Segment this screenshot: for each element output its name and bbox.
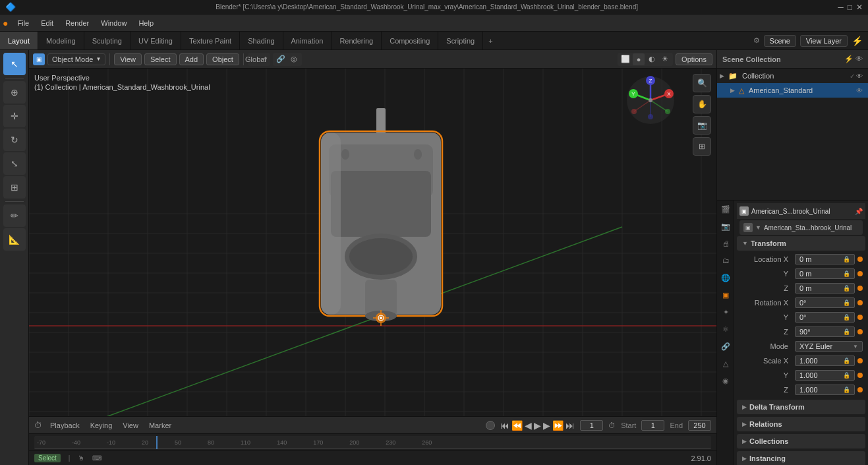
keying-menu[interactable]: Keying <box>88 421 115 430</box>
snap-toggle[interactable]: 🔗 <box>275 53 287 65</box>
playback-menu[interactable]: Playback <box>47 421 82 430</box>
prop-scene-icon[interactable]: 🎬 <box>717 201 734 218</box>
tool-scale[interactable]: ⤡ <box>3 152 26 175</box>
select-menu[interactable]: Select <box>144 53 177 65</box>
object-menu[interactable]: Object <box>206 53 239 65</box>
viewlayer-selector[interactable]: View Layer <box>800 35 848 47</box>
keyframe-dot-rx[interactable] <box>857 300 863 305</box>
options-btn[interactable]: Options <box>676 53 712 65</box>
view-menu[interactable]: View <box>114 53 142 65</box>
scene-selector[interactable]: Scene <box>764 35 796 47</box>
scale-lock-y[interactable]: 🔒 <box>843 372 850 379</box>
add-workspace-button[interactable]: + <box>483 34 498 47</box>
transform-header[interactable]: ▼ Transform <box>737 236 865 251</box>
pin-icon[interactable]: 📌 <box>855 208 863 215</box>
tool-select[interactable]: ↖ <box>3 53 26 75</box>
tab-modeling[interactable]: Modeling <box>38 32 84 49</box>
viewport-pan[interactable]: ✋ <box>693 95 711 113</box>
menu-help[interactable]: Help <box>133 18 159 28</box>
tool-cursor[interactable]: ⊕ <box>3 81 26 104</box>
lock-z-icon[interactable]: 🔒 <box>843 285 850 292</box>
keyframe-dot-ry[interactable] <box>857 315 863 320</box>
jump-start-btn[interactable]: ⏮ <box>500 420 509 431</box>
timeline-body[interactable]: -70 -40 -10 20 50 80 110 140 170 200 230… <box>29 434 716 450</box>
prop-material-icon[interactable]: ◉ <box>717 372 734 389</box>
relations-header[interactable]: ▶ Relations <box>737 417 865 431</box>
prop-physics-icon[interactable]: ⚛ <box>717 321 734 338</box>
prop-viewlayer-icon[interactable]: 🗂 <box>717 252 734 269</box>
prop-output-icon[interactable]: 🖨 <box>717 235 734 252</box>
location-x-value[interactable]: 0 m 🔒 <box>795 254 855 264</box>
tab-scripting[interactable]: Scripting <box>438 32 483 49</box>
prop-object-icon[interactable]: ▣ <box>717 286 734 303</box>
keyframe-dot-sy[interactable] <box>857 373 863 378</box>
scale-x-value[interactable]: 1.000 🔒 <box>795 356 855 366</box>
viewport-ortho[interactable]: ⊞ <box>693 137 711 156</box>
prev-frame-btn[interactable]: ◀ <box>525 420 532 431</box>
outliner-item-american-standard[interactable]: ▶ △ American_Standard 👁 <box>717 83 868 98</box>
rot-lock-y[interactable]: 🔒 <box>843 314 850 321</box>
marker-menu[interactable]: Marker <box>146 421 174 430</box>
rot-lock-x[interactable]: 🔒 <box>843 299 850 306</box>
collections-header[interactable]: ▶ Collections <box>737 434 865 449</box>
wireframe-btn[interactable]: ⬜ <box>620 53 631 65</box>
tab-shading[interactable]: Shading <box>240 32 283 49</box>
tool-move[interactable]: ✛ <box>3 105 26 127</box>
prop-particles-icon[interactable]: ✦ <box>717 303 734 321</box>
location-z-value[interactable]: 0 m 🔒 <box>795 283 855 294</box>
menu-render[interactable]: Render <box>60 18 94 28</box>
jump-end-btn[interactable]: ⏭ <box>565 420 575 431</box>
keyframe-dot-rz[interactable] <box>857 329 863 334</box>
lock-x-icon[interactable]: 🔒 <box>843 256 850 263</box>
view-menu-tl[interactable]: View <box>120 421 141 430</box>
keyframe-dot-lz[interactable] <box>857 286 863 291</box>
tool-annotate[interactable]: ✏ <box>3 204 26 227</box>
keyframe-dot-y[interactable] <box>857 271 863 276</box>
tab-texture-paint[interactable]: Texture Paint <box>181 32 240 49</box>
scale-lock-z[interactable]: 🔒 <box>843 387 850 393</box>
location-y-value[interactable]: 0 m 🔒 <box>795 268 855 279</box>
current-frame[interactable]: 1 <box>580 420 603 431</box>
prop-data-icon[interactable]: △ <box>717 355 734 372</box>
solid-btn[interactable]: ● <box>633 53 645 65</box>
record-button[interactable] <box>486 421 495 430</box>
material-btn[interactable]: ◐ <box>646 53 658 65</box>
tool-measure[interactable]: 📐 <box>3 228 26 251</box>
end-frame[interactable]: 250 <box>688 420 711 431</box>
checkbox-icon[interactable]: ✓ <box>850 73 855 80</box>
tab-compositing[interactable]: Compositing <box>382 32 438 49</box>
tab-animation[interactable]: Animation <box>283 32 332 49</box>
keyframe-dot-x[interactable] <box>857 257 863 262</box>
tab-uv-editing[interactable]: UV Editing <box>130 32 181 49</box>
visibility-icon-2[interactable]: 👁 <box>856 87 863 94</box>
viewport-zoom-in[interactable]: 🔍 <box>693 74 711 92</box>
next-frame-btn[interactable]: ▶ <box>543 420 550 431</box>
lock-y-icon[interactable]: 🔒 <box>843 270 850 277</box>
keyframe-dot-sz[interactable] <box>857 387 863 392</box>
menu-edit[interactable]: Edit <box>36 18 59 28</box>
tool-rotate[interactable]: ↻ <box>3 129 26 151</box>
transform-global[interactable]: Global <box>250 53 262 65</box>
rot-lock-z[interactable]: 🔒 <box>843 328 850 335</box>
proportional-edit[interactable]: ◎ <box>288 53 300 65</box>
visibility-icon[interactable]: 👁 <box>856 73 863 80</box>
tab-rendering[interactable]: Rendering <box>332 32 382 49</box>
scale-y-value[interactable]: 1.000 🔒 <box>795 370 855 381</box>
tool-transform[interactable]: ⊞ <box>3 176 26 199</box>
close-button[interactable]: ✕ <box>856 3 863 12</box>
minimize-button[interactable]: ─ <box>838 3 844 12</box>
start-frame[interactable]: 1 <box>641 420 664 431</box>
prop-world-icon[interactable]: 🌐 <box>717 269 734 286</box>
prop-constraints-icon[interactable]: 🔗 <box>717 338 734 355</box>
tab-sculpting[interactable]: Sculpting <box>84 32 130 49</box>
object-mode-selector[interactable]: Object Mode ▼ <box>47 53 105 65</box>
add-menu[interactable]: Add <box>179 53 204 65</box>
keyframe-dot-sx[interactable] <box>857 358 863 363</box>
mode-value[interactable]: XYZ Euler ▼ <box>795 341 863 352</box>
rotation-x-value[interactable]: 0° 🔒 <box>795 297 855 308</box>
outliner-item-scene-collection[interactable]: ▶ 📁 Collection ✓ 👁 <box>717 69 868 83</box>
viewport-canvas[interactable]: User Perspective (1) Collection | Americ… <box>29 69 716 416</box>
rotation-z-value[interactable]: 90° 🔒 <box>795 326 855 337</box>
eye-icon[interactable]: 👁 <box>855 55 863 63</box>
navigation-gizmo[interactable]: Z X Y <box>624 74 677 127</box>
